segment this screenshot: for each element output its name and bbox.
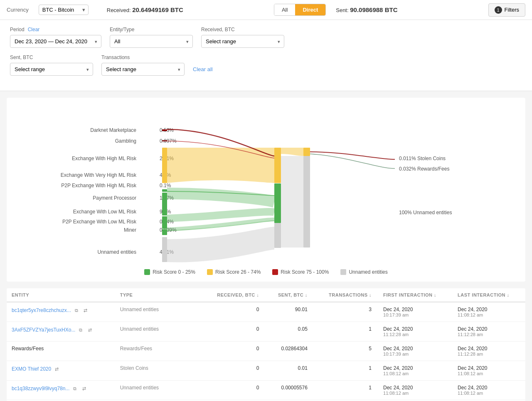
svg-text:0.011%  Stolen Coins: 0.011% Stolen Coins — [399, 156, 446, 161]
col-first-interaction[interactable]: FIRST INTERACTION ↓ — [378, 288, 453, 302]
copy-icon[interactable]: ⧉ — [77, 326, 84, 334]
last-date: Dec 24, 2020 — [458, 365, 487, 371]
entity-link[interactable]: bc1q38zzwyv9l9lvyq78n... — [12, 386, 69, 391]
table-row: Rewards/FeesRewards/Fees00.028643045Dec … — [7, 342, 525, 361]
filters-button[interactable]: 1 Filters — [488, 3, 525, 17]
first-interaction-cell: Dec 24, 202010:17:39 am — [378, 342, 453, 361]
view-toggle-group: All Direct — [274, 4, 326, 16]
last-time: 11:12:28 am — [458, 332, 520, 337]
first-time: 11:08:12 am — [383, 371, 448, 376]
currency-select-wrapper: BTC - Bitcoin — [39, 5, 89, 15]
received-cell: 0 — [202, 302, 266, 322]
received-btc-filter-group: Received, BTC Select range — [201, 27, 284, 48]
table-row: 3AxF5ZFVZYa7jesTuxHXo...⧉⇄Unnamed entiti… — [7, 322, 525, 342]
transactions-select[interactable]: Select range — [101, 63, 185, 76]
first-time: 11:08:12 am — [383, 391, 448, 396]
svg-text:P2P Exchange With High ML Risk: P2P Exchange With High ML Risk — [61, 183, 137, 188]
clear-all-button[interactable]: Clear all — [193, 63, 213, 76]
sent-cell: 90.01 — [266, 302, 314, 322]
legend-item-green: Risk Score 0 - 25% — [144, 269, 195, 275]
type-text: Unnamed entities — [120, 326, 159, 332]
svg-rect-28 — [162, 237, 167, 262]
type-text: Rewards/Fees — [120, 346, 152, 351]
entity-type-select[interactable]: All — [110, 35, 193, 48]
last-time: 11:08:12 am — [458, 391, 520, 396]
period-filter-group: Period Clear Dec 23, 2020 — Dec 24, 2020 — [10, 27, 101, 48]
received-cell: 0 — [202, 322, 266, 342]
entity-link[interactable]: bc1qter5yx7re8czhchuzx... — [12, 307, 71, 313]
toggle-all-btn[interactable]: All — [274, 4, 295, 15]
exchange-icon[interactable]: ⇄ — [86, 326, 94, 334]
sent-cell: 0.00005576 — [266, 381, 314, 400]
first-date: Dec 24, 2020 — [383, 385, 413, 391]
copy-icon[interactable]: ⧉ — [71, 385, 79, 392]
entity-cell: EXMO Thief 2020⇄ — [7, 361, 115, 381]
received-cell: 0 — [202, 361, 266, 381]
entity-link[interactable]: 3AxF5ZFVZYa7jesTuxHXo... — [12, 327, 75, 333]
first-date: Dec 24, 2020 — [383, 365, 413, 371]
svg-text:Miner: Miner — [124, 227, 136, 233]
received-btc-select[interactable]: Select range — [201, 35, 284, 48]
col-sent[interactable]: SENT, BTC ↓ — [266, 288, 314, 302]
last-time: 11:12:28 am — [458, 351, 520, 356]
period-select[interactable]: Dec 23, 2020 — Dec 24, 2020 — [10, 35, 101, 48]
sent-btc-select[interactable]: Select range — [10, 63, 93, 76]
exchange-icon[interactable]: ⇄ — [80, 385, 88, 392]
sent-btc-label: Sent, BTC — [10, 54, 93, 60]
col-transactions[interactable]: TRANSACTIONS ↓ — [314, 288, 378, 302]
legend-item-red: Risk Score 75 - 100% — [272, 269, 329, 275]
table-row: bc1qter5yx7re8czhchuzx...⧉⇄Unnamed entit… — [7, 302, 525, 322]
transactions-label: Transactions — [101, 54, 185, 60]
first-time: 10:17:39 am — [383, 351, 448, 356]
svg-rect-29 — [162, 129, 167, 131]
filters-panel: Period Clear Dec 23, 2020 — Dec 24, 2020… — [0, 20, 532, 91]
first-interaction-cell: Dec 24, 202011:08:12 am — [378, 381, 453, 400]
svg-text:Darknet Marketplace: Darknet Marketplace — [90, 127, 136, 133]
sent-cell: 0.05 — [266, 322, 314, 342]
svg-rect-23 — [162, 148, 167, 183]
svg-rect-24 — [162, 189, 167, 192]
received-cell: 0 — [202, 342, 266, 361]
type-cell: Unnamed entities — [115, 302, 203, 322]
currency-select[interactable]: BTC - Bitcoin — [39, 5, 89, 15]
period-clear-btn[interactable]: Clear — [28, 27, 40, 32]
last-date: Dec 24, 2020 — [458, 385, 487, 391]
entity-cell: bc1qter5yx7re8czhchuzx...⧉⇄ — [7, 302, 115, 322]
svg-text:Exchange With Very High ML Ris: Exchange With Very High ML Risk — [61, 172, 137, 178]
svg-rect-34 — [303, 156, 310, 248]
svg-rect-30 — [162, 140, 167, 141]
received-btc-label: Received, BTC — [201, 27, 284, 32]
main-content: Darknet Marketplace 0.53% Gambling 0.097… — [0, 98, 532, 401]
exchange-icon[interactable]: ⇄ — [82, 307, 89, 314]
entity-type-select-wrapper: All — [110, 35, 193, 48]
col-type[interactable]: TYPE — [115, 288, 203, 302]
col-last-interaction[interactable]: LAST INTERACTION ↓ — [453, 288, 525, 302]
col-received[interactable]: RECEIVED, BTC ↓ — [202, 288, 266, 302]
type-cell: Stolen Coins — [115, 361, 203, 381]
received-info: Received: 20.64949169 BTC — [107, 6, 183, 13]
exchange-icon[interactable]: ⇄ — [53, 365, 60, 373]
legend-dot-gray — [340, 269, 346, 275]
svg-text:P2P Exchange With Low ML Risk: P2P Exchange With Low ML Risk — [62, 219, 137, 225]
last-time: 11:08:12 am — [458, 371, 520, 376]
svg-rect-25 — [162, 193, 167, 215]
sankey-svg: Darknet Marketplace 0.53% Gambling 0.097… — [13, 106, 519, 264]
legend-dot-yellow — [207, 269, 213, 275]
first-interaction-cell: Dec 24, 202011:08:12 am — [378, 361, 453, 381]
transactions-cell: 3 — [314, 302, 378, 322]
legend-label-gray: Unnamed entities — [349, 269, 387, 275]
svg-rect-32 — [274, 183, 281, 223]
legend-dot-green — [144, 269, 150, 275]
first-time: 11:12:28 am — [383, 332, 448, 337]
copy-icon[interactable]: ⧉ — [73, 307, 80, 314]
svg-text:Gambling: Gambling — [115, 138, 136, 144]
entity-text: Rewards/Fees — [12, 346, 44, 351]
sent-btc-filter-group: Sent, BTC Select range — [10, 54, 93, 76]
svg-rect-26 — [162, 216, 167, 229]
sankey-container: Darknet Marketplace 0.53% Gambling 0.097… — [7, 98, 525, 282]
toggle-direct-btn[interactable]: Direct — [295, 4, 325, 15]
entity-link[interactable]: EXMO Thief 2020 — [12, 366, 51, 372]
col-entity[interactable]: ENTITY — [7, 288, 115, 302]
svg-text:100%  Unnamed entities: 100% Unnamed entities — [399, 210, 452, 215]
last-interaction-cell: Dec 24, 202011:08:12 am — [453, 361, 525, 381]
